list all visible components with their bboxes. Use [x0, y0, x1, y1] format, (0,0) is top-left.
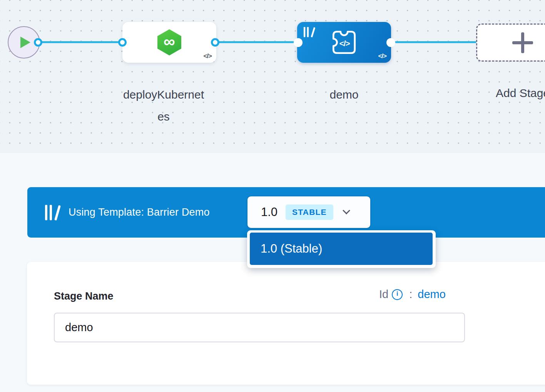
port-demo-out[interactable] [386, 38, 395, 47]
info-icon[interactable] [392, 289, 403, 300]
pipeline-stage-editor: ∞ </> </> </> deployKubernetes demo Add … [0, 0, 545, 392]
version-dropdown-item[interactable]: 1.0 (Stable) [250, 233, 433, 265]
add-stage-button[interactable] [476, 23, 545, 62]
id-label: Id [379, 288, 388, 301]
stage-node-deploykubernetes[interactable]: ∞ </> [122, 22, 216, 63]
stage-id-row: Id : demo [379, 288, 446, 301]
stable-badge: STABLE [286, 204, 333, 220]
port-demo-in[interactable] [294, 38, 303, 47]
template-version-selector[interactable]: 1.0 STABLE [247, 196, 370, 228]
port-deploy-in[interactable] [118, 38, 127, 47]
template-library-icon [44, 205, 58, 220]
play-icon [20, 37, 30, 48]
version-number: 1.0 [261, 205, 278, 219]
code-glyph-center: </> [339, 39, 350, 48]
code-toggle-icon[interactable]: </> [378, 52, 386, 60]
pipeline-canvas[interactable]: ∞ </> </> </> deployKubernetes demo Add … [0, 0, 545, 152]
id-separator: : [409, 288, 412, 301]
stage-overview-card: Stage Name Id : demo [27, 262, 545, 385]
template-library-icon [303, 27, 314, 37]
custom-stage-icon: </> [330, 28, 358, 57]
stage-label-deploykubernetes[interactable]: deployKubernetes [121, 84, 206, 127]
stage-label-demo[interactable]: demo [297, 84, 391, 106]
stage-name-input[interactable] [54, 313, 465, 342]
edge-deploy-to-demo [215, 41, 298, 43]
stage-node-demo[interactable]: </> </> [297, 22, 391, 63]
add-stage-label[interactable]: Add Stage [476, 82, 545, 104]
edge-start-to-deploy [38, 41, 122, 43]
using-template-text: Using Template: Barrier Demo [69, 206, 210, 218]
port-start-out[interactable] [34, 38, 42, 47]
chevron-down-icon [343, 207, 350, 214]
code-toggle-icon[interactable]: </> [203, 52, 212, 60]
infinity-glyph: ∞ [164, 34, 175, 50]
version-dropdown-menu: 1.0 (Stable) [247, 230, 436, 268]
stage-name-label: Stage Name [54, 290, 114, 302]
edge-demo-to-addstage [390, 41, 477, 43]
harness-cd-hexagon-icon: ∞ [157, 29, 181, 55]
port-deploy-out[interactable] [211, 38, 219, 47]
stage-id-value[interactable]: demo [418, 288, 446, 301]
plus-icon [512, 32, 534, 54]
